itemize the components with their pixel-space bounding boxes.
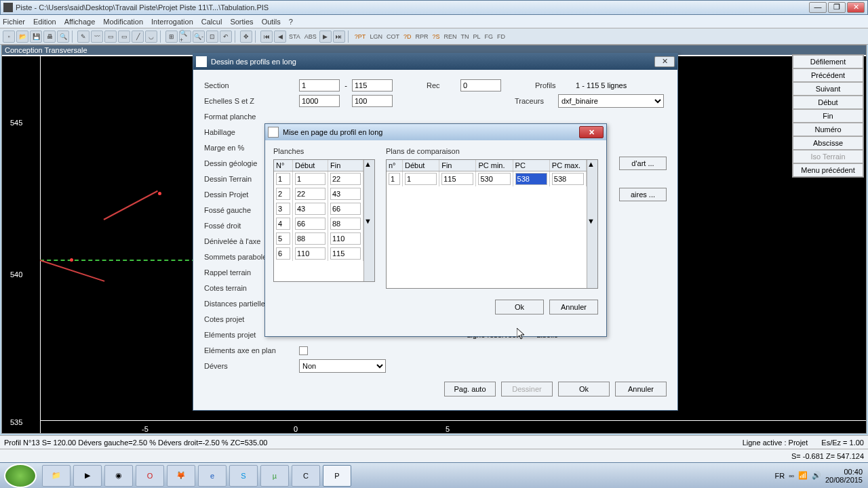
input-rec[interactable] <box>460 79 501 92</box>
tool-print-icon[interactable]: 🖶 <box>43 30 56 43</box>
taskbar-opera-icon[interactable]: O <box>136 465 164 487</box>
btn-annuler-dlg1[interactable]: Annuler <box>615 382 667 396</box>
planches-cell-debut[interactable] <box>295 232 326 245</box>
planches-cell-n[interactable] <box>276 218 290 230</box>
planches-scrollbar[interactable]: ▲▼ <box>363 160 374 281</box>
tray-clock[interactable]: 00:40 20/08/2015 <box>825 468 863 484</box>
tool-rect-icon[interactable]: ▭ <box>104 30 117 43</box>
tool-save-icon[interactable]: 💾 <box>30 30 42 43</box>
taskbar-media-icon[interactable]: ▶ <box>73 465 102 487</box>
menu-help[interactable]: ? <box>289 18 293 26</box>
minimize-button[interactable]: — <box>809 2 827 13</box>
planches-cell-fin[interactable] <box>330 188 361 200</box>
menu-modification[interactable]: Modification <box>103 18 143 26</box>
tool-pt-label[interactable]: ?PT <box>355 33 366 40</box>
taskbar-chrome-icon[interactable]: ◉ <box>104 465 133 487</box>
tool-curve-icon[interactable]: ◡ <box>145 30 157 43</box>
input-ech-b[interactable] <box>352 95 393 107</box>
plans-cell-fin[interactable] <box>441 173 473 185</box>
menu-interrogation[interactable]: Interrogation <box>151 18 193 26</box>
planches-cell-debut[interactable] <box>295 218 326 230</box>
tool-zoom-in-icon[interactable]: 🔍+ <box>179 30 191 43</box>
tool-lgn-label[interactable]: LGN <box>370 33 382 40</box>
tool-zoom-window-icon[interactable]: ⊡ <box>206 30 218 43</box>
plans-cell-pcmax[interactable] <box>552 173 584 185</box>
input-ech-a[interactable] <box>299 95 340 107</box>
btn-suivant[interactable]: Suivant <box>793 82 863 96</box>
tool-ren-label[interactable]: REN <box>443 33 456 40</box>
btn-fin[interactable]: Fin <box>793 109 863 123</box>
planches-cell-fin[interactable] <box>330 247 361 260</box>
tool-fd-label[interactable]: FD <box>497 33 505 40</box>
tool-line-icon[interactable]: ╱ <box>132 30 144 43</box>
start-button[interactable] <box>4 464 37 488</box>
tool-zigzag-icon[interactable]: 〰 <box>91 30 103 43</box>
dialog2-titlebar[interactable]: Mise en page du profil en long ✕ <box>265 124 606 140</box>
tool-fg-label[interactable]: FG <box>484 33 493 40</box>
menu-outils[interactable]: Outils <box>262 18 281 26</box>
menu-fichier[interactable]: Fichier <box>3 18 25 26</box>
system-tray[interactable]: FR ▫▫ 📶 🔊 00:40 20/08/2015 <box>769 468 868 484</box>
tool-next-icon[interactable]: ▶ <box>319 30 332 43</box>
taskbar-piste-icon[interactable]: P <box>323 465 351 487</box>
planches-cell-fin[interactable] <box>330 232 361 245</box>
btn-precedent[interactable]: Précédent <box>793 68 863 82</box>
plans-cell-n[interactable] <box>389 173 400 185</box>
planches-cell-n[interactable] <box>276 232 290 245</box>
planches-cell-fin[interactable] <box>330 203 361 215</box>
btn-menu-precedent[interactable]: Menu précédent <box>793 163 863 177</box>
tool-first-icon[interactable]: ⏮ <box>260 30 273 43</box>
tool-new-icon[interactable]: ▫ <box>3 30 15 43</box>
tool-prev-icon[interactable]: ◀ <box>274 30 286 43</box>
planches-cell-fin[interactable] <box>330 173 361 185</box>
maximize-button[interactable]: ❐ <box>828 2 846 13</box>
planches-cell-fin[interactable] <box>330 218 361 230</box>
btn-ok-dlg1[interactable]: Ok <box>558 382 610 396</box>
tray-sound-icon[interactable]: 🔊 <box>812 471 821 480</box>
tool-rpr-label[interactable]: RPR <box>415 33 428 40</box>
btn-annuler-dlg2[interactable]: Annuler <box>549 300 598 314</box>
tool-preview-icon[interactable]: 🔍 <box>57 30 69 43</box>
btn-numero[interactable]: Numéro <box>793 123 863 136</box>
plans-scrollbar[interactable]: ▲▼ <box>587 160 597 288</box>
btn-ok-dlg2[interactable]: Ok <box>495 300 544 314</box>
planches-cell-debut[interactable] <box>295 173 326 185</box>
planches-cell-n[interactable] <box>276 203 290 215</box>
taskbar-camtasia-icon[interactable]: C <box>292 465 320 487</box>
tool-qd-label[interactable]: ?D <box>403 33 412 40</box>
taskbar-explorer-icon[interactable]: 📁 <box>42 465 71 487</box>
input-section-b[interactable] <box>352 79 393 92</box>
tray-lang[interactable]: FR <box>774 472 785 480</box>
btn-pagauto[interactable]: Pag. auto <box>444 382 496 396</box>
plans-cell-pc[interactable] <box>515 173 547 185</box>
taskbar-skype-icon[interactable]: S <box>229 465 258 487</box>
tool-cot-label[interactable]: COT <box>387 33 399 40</box>
btn-defilement[interactable]: Défilement <box>793 55 863 68</box>
menu-sorties[interactable]: Sorties <box>230 18 253 26</box>
select-traceurs[interactable]: dxf_binaire <box>558 94 664 108</box>
close-button[interactable]: ✕ <box>847 2 865 13</box>
plans-cell-pcmin[interactable] <box>478 173 510 185</box>
tool-open-icon[interactable]: 📂 <box>16 30 28 43</box>
dialog2-close-icon[interactable]: ✕ <box>579 126 604 138</box>
taskbar-firefox-icon[interactable]: 🦊 <box>167 465 195 487</box>
taskbar-ie-icon[interactable]: e <box>198 465 226 487</box>
btn-debut[interactable]: Début <box>793 96 863 109</box>
tool-pan-icon[interactable]: ✥ <box>240 30 252 43</box>
dialog1-titlebar[interactable]: Dessin des profils en long ✕ <box>193 54 677 70</box>
planches-cell-n[interactable] <box>276 247 290 260</box>
tool-zoom-fit-icon[interactable]: ⊞ <box>165 30 178 43</box>
menu-affichage[interactable]: Affichage <box>64 18 96 26</box>
taskbar-utorrent-icon[interactable]: µ <box>260 465 289 487</box>
tray-wifi-icon[interactable]: 📶 <box>798 471 808 480</box>
input-section-a[interactable] <box>299 79 340 92</box>
tray-flag-icon[interactable]: ▫▫ <box>789 472 794 480</box>
btn-dart[interactable]: d'art ... <box>619 157 667 170</box>
planches-cell-debut[interactable] <box>295 203 326 215</box>
btn-aires[interactable]: aires ... <box>619 188 667 201</box>
tool-qs-label[interactable]: ?S <box>432 33 439 40</box>
tool-last-icon[interactable]: ⏭ <box>333 30 345 43</box>
tool-pencil-icon[interactable]: ✎ <box>77 30 90 43</box>
plans-cell-debut[interactable] <box>405 173 437 185</box>
menu-edition[interactable]: Edition <box>33 18 56 26</box>
